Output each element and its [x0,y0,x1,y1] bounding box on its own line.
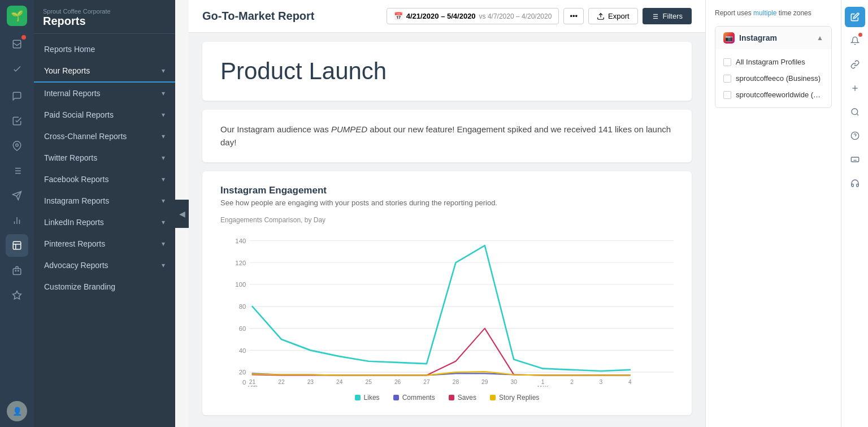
story-replies-label: Story Replies [499,394,539,402]
svg-text:29: 29 [481,378,488,385]
svg-marker-20 [13,291,21,299]
description-card: Our Instagram audience was PUMPED about … [202,110,692,162]
chart-subtitle: See how people are engaging with your po… [220,199,674,207]
svg-text:120: 120 [235,259,246,266]
saves-label: Saves [458,394,476,402]
legend-saves: Saves [449,394,476,402]
svg-text:3: 3 [600,378,603,385]
main-content: Go-To-Market Report 📅 4/21/2020 – 5/4/20… [189,0,705,427]
engagement-chart: 140 120 100 80 60 40 20 0 21 APR 22 23 2… [220,228,674,387]
notification-icon[interactable] [845,31,865,51]
svg-point-18 [15,270,16,271]
inbox-icon[interactable] [6,33,28,55]
bot-icon[interactable] [6,259,28,282]
sidebar-item-cross-channel-reports[interactable]: Cross-Channel Reports ▾ [34,126,175,147]
sidebar-item-internal-reports[interactable]: Internal Reports ▾ [34,83,175,104]
sidebar-item-paid-social-reports[interactable]: Paid Social Reports ▾ [34,104,175,126]
chevron-down-icon: ▾ [162,240,165,248]
publish-icon[interactable] [6,184,28,207]
list-icon[interactable] [6,159,28,182]
sidebar-item-pinterest-reports[interactable]: Pinterest Reports ▾ [34,233,175,255]
likes-color [355,395,361,400]
svg-line-59 [857,114,858,115]
chevron-down-icon: ▾ [162,132,165,140]
svg-text:APR: APR [247,384,258,387]
chart-title: Instagram Engagement [220,185,674,196]
filter-option-sproutcoffeeco[interactable]: sproutcoffeeco (Business) [715,70,831,87]
svg-point-58 [852,109,858,115]
svg-text:30: 30 [511,378,518,385]
date-range-vs: vs 4/7/2020 – 4/20/2020 [479,12,552,20]
messages-icon[interactable] [6,85,28,107]
filters-label: Filters [663,12,683,20]
filter-section-instagram: 📷 Instagram ▲ All Instagram Profiles spr… [715,26,832,108]
right-icon-rail [841,0,868,427]
help-icon[interactable] [845,126,865,146]
filter-icon [652,12,659,20]
svg-text:80: 80 [239,303,246,310]
sidebar-item-advocacy-reports[interactable]: Advocacy Reports ▾ [34,255,175,276]
keyboard-icon[interactable] [845,149,865,170]
legend-story-replies: Story Replies [490,394,539,402]
sidebar-item-facebook-reports[interactable]: Facebook Reports ▾ [34,169,175,190]
app-logo[interactable]: 🌱 [7,6,27,26]
svg-point-2 [16,144,19,146]
sproutcoffeeworldwide-checkbox[interactable] [723,91,731,99]
export-button[interactable]: Export [588,8,638,24]
svg-text:60: 60 [239,325,246,332]
sproutcoffeeco-label: sproutcoffeeco (Business) [736,74,821,83]
svg-text:22: 22 [278,378,285,385]
chart-container: 140 120 100 80 60 40 20 0 21 APR 22 23 2… [220,228,674,387]
ellipsis-icon: ••• [570,12,578,20]
sidebar-item-instagram-reports[interactable]: Instagram Reports ▾ [34,190,175,212]
svg-text:27: 27 [423,378,430,385]
more-options-button[interactable]: ••• [563,8,584,24]
comments-color [393,395,399,400]
filter-option-sproutcoffeeworldwide[interactable]: sproutcoffeeworldwide (Bu... [715,87,831,103]
sidebar-item-your-reports[interactable]: Your Reports ▾ [34,60,175,83]
edit-icon[interactable] [845,7,865,27]
link-icon[interactable] [845,54,865,75]
sproutcoffeeco-checkbox[interactable] [723,75,731,83]
headset-icon[interactable] [845,173,865,193]
star-icon[interactable] [6,284,28,307]
report-title: Go-To-Market Report [202,10,315,23]
timezone-link[interactable]: multiple [753,9,776,17]
filter-section-header[interactable]: 📷 Instagram ▲ [715,27,831,49]
sidebar-collapse-button[interactable]: ◀ [175,200,189,228]
chevron-down-icon: ▾ [162,175,165,183]
filters-button[interactable]: Filters [643,8,692,24]
left-icon-rail: 🌱 👤 [0,0,34,427]
sidebar-item-reports-home[interactable]: Reports Home [34,38,175,60]
compose-icon[interactable] [6,58,28,80]
saves-color [449,395,454,400]
legend-comments: Comments [393,394,435,402]
sidebar-item-twitter-reports[interactable]: Twitter Reports ▾ [34,147,175,169]
chart-legend: Likes Comments Saves Story Replies [220,394,674,402]
add-icon[interactable] [845,78,865,98]
search-icon[interactable] [845,102,865,122]
sidebar-section-title: Reports [43,15,166,28]
svg-text:40: 40 [239,347,246,353]
reports-icon[interactable] [6,234,28,257]
story-replies-color [490,395,496,400]
svg-text:2: 2 [570,378,574,385]
sidebar-item-customize-branding[interactable]: Customize Branding [34,276,175,297]
pin-icon[interactable] [6,135,28,157]
description-italic: PUMPED [331,124,367,134]
sproutcoffeeworldwide-label: sproutcoffeeworldwide (Bu... [736,90,823,99]
chevron-down-icon: ▾ [162,89,165,97]
tasks-icon[interactable] [6,110,28,132]
date-range-button[interactable]: 📅 4/21/2020 – 5/4/2020 vs 4/7/2020 – 4/2… [387,8,559,24]
analytics-icon[interactable] [6,209,28,232]
sidebar-item-linkedin-reports[interactable]: LinkedIn Reports ▾ [34,212,175,233]
org-name: Sprout Coffee Corporate [43,8,166,15]
filter-option-all-instagram[interactable]: All Instagram Profiles [715,54,831,70]
all-instagram-checkbox[interactable] [723,58,731,66]
svg-text:0: 0 [242,378,246,385]
chevron-up-icon: ▲ [817,34,823,42]
report-name-card: Product Launch [202,42,692,101]
user-avatar[interactable]: 👤 [7,401,27,421]
filter-options-list: All Instagram Profiles sproutcoffeeco (B… [715,49,831,107]
export-icon [597,12,605,20]
